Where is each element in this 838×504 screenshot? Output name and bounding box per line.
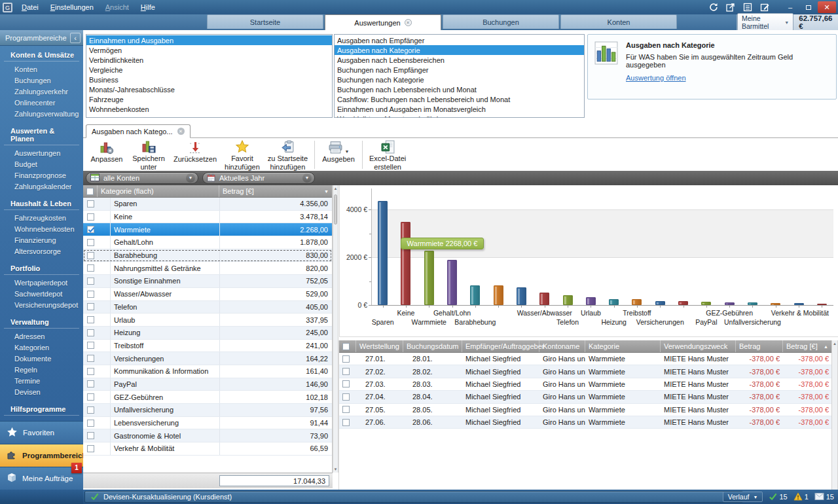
bar-keine[interactable]: [401, 222, 410, 305]
sidebar-collapse-button[interactable]: ‹: [70, 33, 81, 43]
sidebar-item-finanzierung[interactable]: Finanzierung: [0, 234, 83, 245]
sidebar-item-kategorien[interactable]: Kategorien: [0, 342, 83, 353]
row-checkbox[interactable]: [87, 380, 94, 387]
bar-nahrungsmittel-getränke[interactable]: [494, 285, 503, 305]
report-type-item[interactable]: Ausgaben nach Lebensbereichen: [335, 55, 584, 65]
menu-datei[interactable]: Datei: [16, 2, 44, 12]
sidebar-item-onlinecenter[interactable]: Onlinecenter: [0, 97, 83, 108]
maximize-button[interactable]: [799, 1, 818, 13]
sidebar-item-buchungen[interactable]: Buchungen: [0, 75, 83, 86]
zurücksetzen-button[interactable]: Zurücksetzen: [170, 139, 221, 171]
report-group-item[interactable]: Business: [86, 75, 332, 84]
bar-urlaub[interactable]: [586, 297, 596, 305]
table-row[interactable]: Versicherungen164,22: [83, 352, 332, 365]
column-header-buchungsdatum[interactable]: Buchungsdatum: [403, 340, 462, 352]
scroll-down-icon[interactable]: ▼: [333, 467, 338, 471]
select-all-checkbox[interactable]: [86, 188, 94, 195]
bottom-nav-meine-aufträge[interactable]: Meine Aufträge1: [0, 467, 83, 490]
select-all-checkbox[interactable]: [342, 343, 350, 350]
row-checkbox[interactable]: [87, 264, 94, 272]
sidebar-item-finanzprognose[interactable]: Finanzprognose: [0, 170, 83, 181]
sidebar-item-regeln[interactable]: Regeln: [0, 364, 83, 375]
row-checkbox[interactable]: [342, 380, 350, 387]
sidebar-item-konten[interactable]: Konten: [0, 63, 83, 75]
report-type-item[interactable]: Cashflow: Buchungen nach Lebensbereich u…: [335, 94, 584, 104]
column-header-betrag[interactable]: Betrag [€]▼: [219, 185, 332, 197]
refresh-icon[interactable]: [705, 1, 722, 13]
row-checkbox[interactable]: [342, 368, 350, 375]
transaction-row[interactable]: 27.06.28.06.Michael SiegfriedGiro Hans u…: [339, 416, 838, 429]
export-icon[interactable]: [722, 1, 739, 13]
row-checkbox[interactable]: [87, 252, 94, 259]
report-group-item[interactable]: Wohnnebenkosten: [86, 104, 332, 114]
report-subtab[interactable]: Ausgaben nach Katego... ✕: [86, 124, 191, 138]
sidebar-item-zahlungskalender[interactable]: Zahlungskalender: [0, 181, 83, 192]
report-group-item[interactable]: Monats/-Jahresabschlüsse: [86, 84, 332, 94]
bar-barabhebung[interactable]: [470, 285, 480, 305]
menu-hilfe[interactable]: Hilfe: [136, 2, 160, 12]
table-row[interactable]: Barabhebung830,00: [83, 249, 332, 262]
sidebar-item-fahrzeugkosten[interactable]: Fahrzeugkosten: [0, 212, 83, 223]
transaction-row[interactable]: 27.04.28.04.Michael SiegfriedGiro Hans u…: [339, 391, 838, 403]
table-row[interactable]: GEZ-Gebühren102,18: [83, 391, 332, 404]
sidebar-item-devisen[interactable]: Devisen: [0, 386, 83, 397]
sidebar-item-zahlungsverwaltung[interactable]: Zahlungsverwaltung: [0, 108, 83, 119]
bar-wasser-abwasser[interactable]: [539, 293, 549, 305]
tab-startseite[interactable]: Startseite: [207, 14, 323, 29]
table-row[interactable]: Kommunikation & Information161,40: [83, 365, 332, 378]
scroll-up-icon[interactable]: ▲: [832, 342, 837, 346]
report-group-item[interactable]: Fahrzeuge: [86, 94, 332, 104]
row-checkbox[interactable]: [87, 226, 94, 233]
table-row[interactable]: Wasser/Abwasser529,00: [83, 288, 332, 301]
report-group-item[interactable]: Verbindlichkeiten: [86, 55, 332, 65]
sidebar-item-zahlungsverkehr[interactable]: Zahlungsverkehr: [0, 86, 83, 97]
report-group-item[interactable]: Einnahmen und Ausgaben: [86, 35, 332, 45]
report-icon[interactable]: [739, 1, 756, 13]
row-checkbox[interactable]: [87, 316, 94, 323]
row-checkbox[interactable]: [87, 420, 94, 427]
menu-ansicht[interactable]: Ansicht: [100, 2, 134, 12]
transaction-row[interactable]: 27.01.28.01.Michael SiegfriedGiro Hans u…: [339, 353, 838, 365]
column-header-kategorie[interactable]: Kategorie: [585, 340, 661, 352]
row-checkbox[interactable]: [87, 278, 94, 285]
sidebar-item-dokumente[interactable]: Dokumente: [0, 353, 83, 364]
table-row[interactable]: Telefon405,00: [83, 301, 332, 314]
row-checkbox[interactable]: [342, 406, 350, 413]
transaction-row[interactable]: 27.03.28.03.Michael SiegfriedGiro Hans u…: [339, 378, 838, 391]
table-row[interactable]: Keine3.478,14: [83, 211, 332, 224]
row-checkbox[interactable]: [342, 355, 350, 363]
column-header-kontoname[interactable]: Kontoname: [539, 340, 585, 352]
table-row[interactable]: Sparen4.356,00: [83, 198, 332, 211]
category-table-scrollbar[interactable]: ▲ ▼: [333, 185, 338, 473]
column-header-betrag-[interactable]: Betrag [€]▲: [783, 340, 832, 352]
row-checkbox[interactable]: [87, 342, 94, 349]
table-row[interactable]: Treibstoff241,00: [83, 340, 332, 353]
table-row[interactable]: Gehalt/Lohn1.878,00: [83, 236, 332, 249]
sidebar-item-wohnnebenkosten[interactable]: Wohnnebenkosten: [0, 223, 83, 234]
tab-auswertungen[interactable]: Auswertungen✕: [325, 14, 441, 30]
row-checkbox[interactable]: [87, 355, 94, 362]
open-report-link[interactable]: Auswertung öffnen: [626, 74, 686, 82]
table-row[interactable]: Nahrungsmittel & Getränke820,00: [83, 262, 332, 275]
edit-icon[interactable]: [756, 1, 773, 13]
filter-aktuelles-jahr[interactable]: Aktuelles Jahr▼: [202, 172, 315, 184]
table-row[interactable]: Urlaub337,95: [83, 314, 332, 327]
table-row[interactable]: Unfallversicherung97,56: [83, 404, 332, 417]
table-row[interactable]: Heizung245,00: [83, 327, 332, 340]
transactions-scrollbar[interactable]: ▲: [831, 340, 838, 490]
filter-alle-konten[interactable]: alle Konten▼: [86, 172, 198, 184]
row-checkbox[interactable]: [87, 393, 94, 401]
report-group-item[interactable]: Vergleiche: [86, 65, 332, 75]
row-checkbox[interactable]: [87, 303, 94, 310]
menu-einstellungen[interactable]: Einstellungen: [45, 2, 99, 12]
anpassen-button[interactable]: Anpassen: [86, 139, 128, 171]
row-checkbox[interactable]: [87, 432, 94, 439]
report-type-item[interactable]: Ausgaben nach Kategorie: [335, 45, 584, 55]
bar-gehalt-lohn[interactable]: [447, 260, 457, 305]
bar-heizung[interactable]: [609, 299, 619, 305]
sidebar-item-versicherungsdepot[interactable]: Versicherungsdepot: [0, 299, 83, 310]
transaction-row[interactable]: 27.05.28.05.Michael SiegfriedGiro Hans u…: [339, 404, 838, 416]
bottom-nav-programmbereiche[interactable]: Programmbereiche: [0, 444, 83, 467]
sidebar-item-altersvorsorge[interactable]: Altersvorsorge: [0, 245, 83, 257]
report-type-item[interactable]: Buchungen nach Kategorie: [335, 75, 584, 84]
